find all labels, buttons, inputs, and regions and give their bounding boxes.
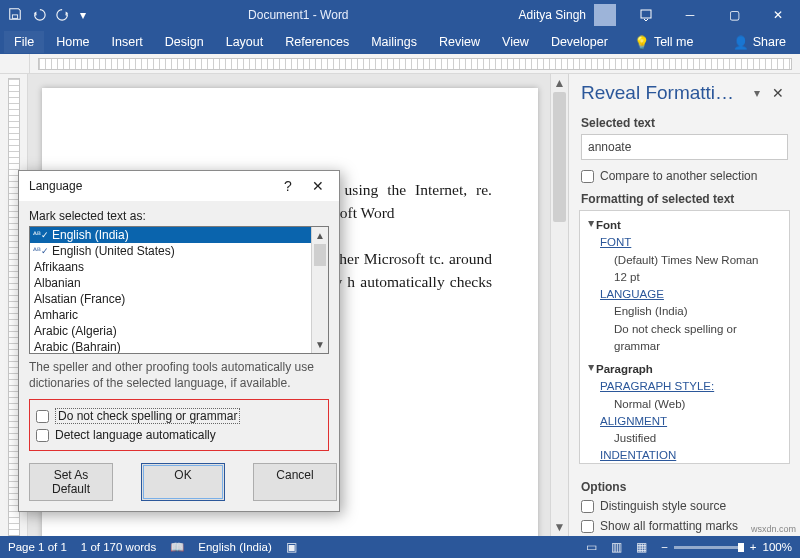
no-spellcheck-label: Do not check spelling or grammar bbox=[55, 408, 240, 424]
cancel-button[interactable]: Cancel bbox=[253, 463, 337, 501]
spellcheck-icon[interactable]: 📖 bbox=[170, 540, 184, 554]
zoom-in-icon[interactable]: + bbox=[750, 541, 757, 553]
highlighted-options: Do not check spelling or grammar Detect … bbox=[29, 399, 329, 451]
distinguish-style-checkbox[interactable]: Distinguish style source bbox=[569, 496, 800, 516]
proof-icon: ᴬᴮ✓ bbox=[34, 229, 48, 241]
font-link[interactable]: FONT bbox=[600, 234, 785, 251]
scroll-down-icon[interactable]: ▼ bbox=[551, 518, 568, 536]
show-marks-input[interactable] bbox=[581, 520, 594, 533]
no-spellcheck-checkbox[interactable]: Do not check spelling or grammar bbox=[36, 406, 322, 426]
mark-text-label: Mark selected text as: bbox=[29, 209, 329, 223]
zoom-slider[interactable] bbox=[674, 546, 744, 549]
paragraph-style-link[interactable]: PARAGRAPH STYLE: bbox=[600, 378, 785, 395]
horizontal-ruler[interactable] bbox=[38, 58, 792, 70]
list-item[interactable]: Albanian bbox=[30, 275, 311, 291]
proof-icon: ᴬᴮ✓ bbox=[34, 245, 48, 257]
share-button[interactable]: 👤 Share bbox=[723, 31, 796, 54]
tab-references[interactable]: References bbox=[275, 31, 359, 53]
proofing-value: Do not check spelling or grammar bbox=[614, 321, 785, 356]
zoom-out-icon[interactable]: − bbox=[661, 541, 668, 553]
list-item-label: Afrikaans bbox=[34, 260, 84, 274]
no-spellcheck-input[interactable] bbox=[36, 410, 49, 423]
redo-icon[interactable] bbox=[56, 7, 70, 24]
avatar[interactable] bbox=[594, 4, 616, 26]
svg-rect-0 bbox=[12, 14, 17, 18]
list-item-label: English (United States) bbox=[52, 244, 175, 258]
ok-button[interactable]: OK bbox=[141, 463, 225, 501]
macro-icon[interactable]: ▣ bbox=[286, 540, 297, 554]
alignment-link[interactable]: ALIGNMENT bbox=[600, 413, 785, 430]
font-family-value: (Default) Times New Roman bbox=[614, 252, 785, 269]
list-item[interactable]: Amharic bbox=[30, 307, 311, 323]
tab-view[interactable]: View bbox=[492, 31, 539, 53]
tab-developer[interactable]: Developer bbox=[541, 31, 618, 53]
scroll-up-icon[interactable]: ▲ bbox=[551, 74, 568, 92]
list-item[interactable]: ᴬᴮ✓English (United States) bbox=[30, 243, 311, 259]
status-page[interactable]: Page 1 of 1 bbox=[8, 541, 67, 553]
pane-close-icon[interactable]: ✕ bbox=[766, 85, 790, 101]
minimize-button[interactable]: ─ bbox=[668, 0, 712, 30]
list-item[interactable]: ᴬᴮ✓English (India) bbox=[30, 227, 311, 243]
show-marks-label: Show all formatting marks bbox=[600, 519, 738, 533]
tab-mailings[interactable]: Mailings bbox=[361, 31, 427, 53]
list-item-label: Arabic (Algeria) bbox=[34, 324, 117, 338]
dialog-close-icon[interactable]: ✕ bbox=[303, 178, 333, 194]
tell-me[interactable]: 💡 Tell me bbox=[624, 31, 704, 54]
paragraph-style-value: Normal (Web) bbox=[614, 396, 785, 413]
font-group[interactable]: Font bbox=[596, 219, 621, 231]
window-title: Document1 - Word bbox=[86, 8, 511, 22]
tab-file[interactable]: File bbox=[4, 31, 44, 53]
tell-me-label: Tell me bbox=[654, 35, 694, 49]
list-item-label: Arabic (Bahrain) bbox=[34, 340, 121, 353]
ruler-corner bbox=[0, 54, 30, 73]
list-item[interactable]: Arabic (Algeria) bbox=[30, 323, 311, 339]
formatting-tree[interactable]: Font FONT (Default) Times New Roman 12 p… bbox=[579, 210, 790, 464]
list-item[interactable]: Afrikaans bbox=[30, 259, 311, 275]
view-web-icon[interactable]: ▦ bbox=[636, 540, 647, 554]
tab-insert[interactable]: Insert bbox=[102, 31, 153, 53]
view-read-icon[interactable]: ▭ bbox=[586, 540, 597, 554]
tab-layout[interactable]: Layout bbox=[216, 31, 274, 53]
compare-checkbox-input[interactable] bbox=[581, 170, 594, 183]
paragraph-group[interactable]: Paragraph bbox=[596, 363, 653, 375]
tab-review[interactable]: Review bbox=[429, 31, 490, 53]
distinguish-style-input[interactable] bbox=[581, 500, 594, 513]
vertical-scrollbar[interactable]: ▲ ▼ bbox=[550, 74, 568, 536]
ribbon-options-icon[interactable] bbox=[624, 0, 668, 30]
dialog-help-icon[interactable]: ? bbox=[273, 178, 303, 194]
compare-checkbox[interactable]: Compare to another selection bbox=[569, 166, 800, 186]
list-item-label: Albanian bbox=[34, 276, 81, 290]
language-link[interactable]: LANGUAGE bbox=[600, 286, 785, 303]
list-item-label: Alsatian (France) bbox=[34, 292, 125, 306]
indentation-link[interactable]: INDENTATION bbox=[600, 447, 785, 464]
list-item[interactable]: Arabic (Bahrain) bbox=[30, 339, 311, 353]
language-listbox[interactable]: ᴬᴮ✓English (India) ᴬᴮ✓English (United St… bbox=[29, 226, 329, 354]
tab-home[interactable]: Home bbox=[46, 31, 99, 53]
status-words[interactable]: 1 of 170 words bbox=[81, 541, 156, 553]
list-item-label: Amharic bbox=[34, 308, 78, 322]
close-button[interactable]: ✕ bbox=[756, 0, 800, 30]
listbox-scrollbar[interactable]: ▲ ▼ bbox=[311, 227, 328, 353]
pane-menu-icon[interactable]: ▾ bbox=[748, 86, 766, 100]
scroll-thumb[interactable] bbox=[553, 92, 566, 222]
font-size-value: 12 pt bbox=[614, 269, 785, 286]
selected-text-box[interactable]: annoate bbox=[581, 134, 788, 160]
undo-icon[interactable] bbox=[32, 7, 46, 24]
pane-title: Reveal Formatti… bbox=[581, 82, 748, 104]
list-item[interactable]: Alsatian (France) bbox=[30, 291, 311, 307]
status-language[interactable]: English (India) bbox=[198, 541, 272, 553]
zoom-level[interactable]: 100% bbox=[763, 541, 792, 553]
compare-label: Compare to another selection bbox=[600, 169, 757, 183]
scroll-down-icon[interactable]: ▼ bbox=[312, 336, 328, 353]
save-icon[interactable] bbox=[8, 7, 22, 24]
view-print-icon[interactable]: ▥ bbox=[611, 540, 622, 554]
alignment-value: Justified bbox=[614, 430, 785, 447]
section-formatting: Formatting of selected text bbox=[569, 186, 800, 208]
set-default-button[interactable]: Set As Default bbox=[29, 463, 113, 501]
tab-design[interactable]: Design bbox=[155, 31, 214, 53]
detect-language-input[interactable] bbox=[36, 429, 49, 442]
maximize-button[interactable]: ▢ bbox=[712, 0, 756, 30]
scroll-up-icon[interactable]: ▲ bbox=[312, 227, 328, 244]
detect-language-checkbox[interactable]: Detect language automatically bbox=[36, 426, 322, 444]
scroll-thumb[interactable] bbox=[314, 244, 326, 266]
